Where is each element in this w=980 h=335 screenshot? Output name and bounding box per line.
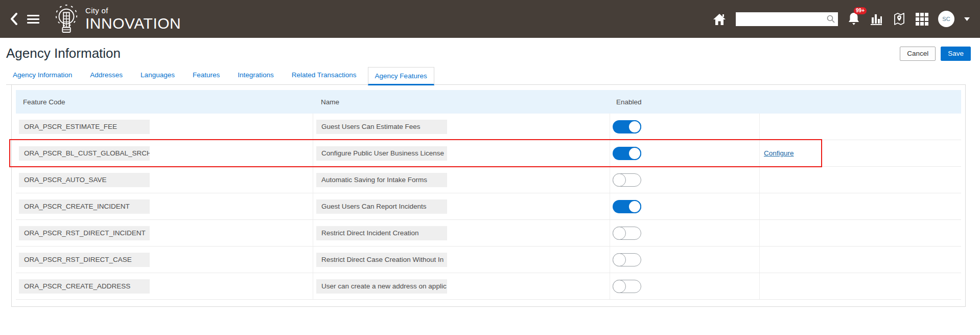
app-launcher-button[interactable] bbox=[916, 13, 928, 26]
user-avatar[interactable]: SC bbox=[938, 11, 954, 27]
enabled-toggle-on[interactable] bbox=[613, 147, 641, 160]
global-search-input[interactable] bbox=[740, 15, 827, 24]
toggle-knob bbox=[613, 227, 626, 240]
maps-button[interactable] bbox=[893, 12, 906, 26]
enabled-toggle-off[interactable] bbox=[613, 280, 641, 293]
tab-integrations[interactable]: Integrations bbox=[231, 66, 281, 84]
enabled-toggle-on[interactable] bbox=[613, 120, 641, 133]
city-of-innovation-logo: City of INNOVATION bbox=[53, 4, 181, 34]
caret-down-icon bbox=[964, 17, 970, 21]
analytics-button[interactable] bbox=[870, 12, 883, 26]
search-icon[interactable] bbox=[827, 15, 835, 23]
enabled-toggle-off[interactable] bbox=[613, 173, 641, 187]
back-button[interactable] bbox=[10, 13, 18, 25]
lightbulb-logo-icon bbox=[53, 4, 80, 34]
app-grid-icon bbox=[916, 13, 928, 26]
feature-code-field: ORA_PSCR_RST_DIRECT_CASE bbox=[19, 253, 150, 267]
table-row: ORA_PSCR_CREATE_ADDRESS User can create … bbox=[16, 273, 961, 300]
enabled-toggle-on[interactable] bbox=[613, 200, 641, 213]
table-row: ORA_PSCR_ESTIMATE_FEE Guest Users Can Es… bbox=[16, 114, 961, 140]
feature-name-field: User can create a new address on applic bbox=[316, 279, 447, 294]
table-row: ORA_PSCR_RST_DIRECT_INCIDENT Restrict Di… bbox=[16, 220, 961, 247]
feature-name-field: Guest Users Can Estimate Fees bbox=[316, 120, 447, 134]
table-body: ORA_PSCR_ESTIMATE_FEE Guest Users Can Es… bbox=[16, 114, 961, 300]
back-chevron-icon bbox=[10, 13, 18, 25]
feature-code-field: ORA_PSCR_CREATE_INCIDENT bbox=[19, 199, 150, 214]
tab-agency-features[interactable]: Agency Features bbox=[368, 67, 434, 85]
tab-related-transactions[interactable]: Related Transactions bbox=[285, 66, 363, 84]
column-header-enabled: Enabled bbox=[610, 98, 760, 106]
table-row: ORA_PSCR_CREATE_INCIDENT Guest Users Can… bbox=[16, 193, 961, 220]
configure-link[interactable]: Configure bbox=[764, 149, 794, 157]
home-icon bbox=[713, 13, 726, 26]
agency-features-panel: Feature Code Name Enabled ORA_PSCR_ESTIM… bbox=[11, 85, 966, 307]
feature-name-field: Guest Users Can Report Incidents bbox=[316, 199, 447, 214]
feature-code-field: ORA_PSCR_CREATE_ADDRESS bbox=[19, 279, 150, 294]
tab-addresses[interactable]: Addresses bbox=[83, 66, 129, 84]
bar-chart-icon bbox=[870, 12, 883, 26]
feature-name-field: Restrict Direct Case Creation Without In bbox=[316, 253, 447, 267]
feature-code-field: ORA_PSCR_BL_CUST_GLOBAL_SRCH bbox=[19, 146, 150, 161]
logo-city-of-text: City of bbox=[85, 7, 181, 14]
title-bar: Agency Information Cancel Save bbox=[0, 38, 980, 61]
cancel-button[interactable]: Cancel bbox=[900, 47, 936, 61]
table-row: ORA_PSCR_RST_DIRECT_CASE Restrict Direct… bbox=[16, 247, 961, 273]
table-header-row: Feature Code Name Enabled bbox=[16, 90, 961, 114]
hamburger-menu-button[interactable] bbox=[27, 15, 39, 24]
toggle-knob bbox=[628, 120, 641, 133]
notification-count-badge: 99+ bbox=[854, 7, 867, 14]
toggle-knob bbox=[613, 173, 626, 187]
toggle-knob bbox=[613, 253, 626, 266]
feature-code-field: ORA_PSCR_AUTO_SAVE bbox=[19, 173, 150, 187]
hamburger-icon bbox=[27, 15, 39, 16]
feature-code-field: ORA_PSCR_RST_DIRECT_INCIDENT bbox=[19, 226, 150, 240]
enabled-toggle-off[interactable] bbox=[613, 253, 641, 266]
feature-name-field: Automatic Saving for Intake Forms bbox=[316, 173, 447, 187]
table-row: ORA_PSCR_BL_CUST_GLOBAL_SRCH Configure P… bbox=[16, 140, 961, 167]
page-actions: Cancel Save bbox=[900, 47, 971, 61]
save-button[interactable]: Save bbox=[941, 47, 971, 61]
user-menu-caret-button[interactable] bbox=[964, 17, 970, 21]
global-search-box bbox=[736, 12, 838, 26]
column-header-name: Name bbox=[313, 98, 610, 106]
toggle-knob bbox=[628, 200, 641, 213]
app-root: City of INNOVATION 99+ bbox=[0, 0, 980, 335]
toggle-knob bbox=[613, 280, 626, 293]
feature-name-field: Configure Public User Business License bbox=[316, 146, 447, 161]
header-toolbar: 99+ SC bbox=[713, 11, 970, 27]
tab-languages[interactable]: Languages bbox=[134, 66, 181, 84]
tab-features[interactable]: Features bbox=[186, 66, 226, 84]
tab-bar: Agency InformationAddressesLanguagesFeat… bbox=[6, 66, 966, 85]
map-icon bbox=[893, 12, 906, 26]
enabled-toggle-off[interactable] bbox=[613, 227, 641, 240]
feature-code-field: ORA_PSCR_ESTIMATE_FEE bbox=[19, 120, 150, 134]
logo-innovation-text: INNOVATION bbox=[85, 16, 181, 31]
table-row: ORA_PSCR_AUTO_SAVE Automatic Saving for … bbox=[16, 167, 961, 193]
tab-agency-information[interactable]: Agency Information bbox=[6, 66, 79, 84]
home-button[interactable] bbox=[713, 13, 726, 26]
top-header-bar: City of INNOVATION 99+ bbox=[0, 0, 980, 38]
page-title: Agency Information bbox=[6, 46, 121, 61]
feature-name-field: Restrict Direct Incident Creation bbox=[316, 226, 447, 240]
column-header-feature-code: Feature Code bbox=[16, 98, 313, 106]
toggle-knob bbox=[628, 147, 641, 160]
notifications-button[interactable]: 99+ bbox=[848, 12, 860, 26]
avatar-initials: SC bbox=[942, 16, 950, 22]
